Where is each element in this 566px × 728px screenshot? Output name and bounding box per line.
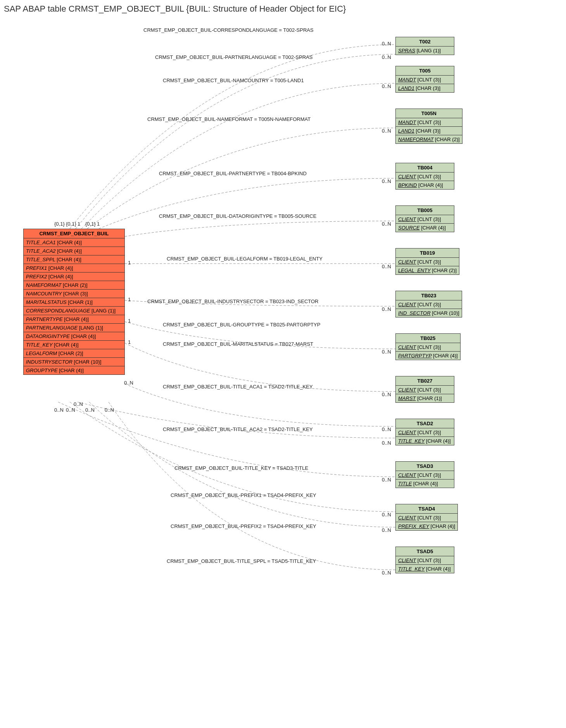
cardinality-right: 0..N [382,392,391,397]
cardinality-left: 1 [78,221,80,227]
cardinality-left: 0..N [74,401,83,407]
ref-entity-name: T005N [396,109,462,118]
ref-entity-TB023: TB023CLIENT [CLNT (3)]IND_SECTOR [CHAR (… [395,291,462,317]
ref-entity-TB019: TB019CLIENT [CLNT (3)]LEGAL_ENTY [CHAR (… [395,248,459,275]
entity-field: IND_SECTOR [CHAR (10)] [396,309,462,317]
entity-field: GROUPTYPE [CHAR (4)] [24,366,124,374]
relation-label: CRMST_EMP_OBJECT_BUIL-TITLE_SPPL = TSAD5… [167,558,316,564]
entity-field: PARTGRPTYP [CHAR (4)] [396,352,460,360]
relation-label: CRMST_EMP_OBJECT_BUIL-PREFIX2 = TSAD4-PR… [171,523,316,529]
relation-label: CRMST_EMP_OBJECT_BUIL-MARITALSTATUS = TB… [163,341,313,347]
entity-field: PARTNERLANGUAGE [LANG (1)] [24,324,124,332]
cardinality-left: 1 [97,221,100,227]
ref-entity-name: TB019 [396,248,459,258]
cardinality-right: 0..N [382,83,391,89]
entity-field: CLIENT [CLNT (3)] [396,215,454,224]
cardinality-left: 1 [128,297,131,302]
cardinality-right: 0..N [382,221,391,227]
cardinality-left: 0..N [124,380,133,386]
entity-field: TITLE [CHAR (4)] [396,480,454,488]
entity-field: CLIENT [CLNT (3)] [396,514,457,522]
entity-field: CORRESPONDLANGUAGE [LANG (1)] [24,307,124,315]
cardinality-right: 0..N [382,349,391,355]
cardinality-left: 1 [128,260,131,266]
entity-field: DATAORIGINTYPE [CHAR (4)] [24,332,124,341]
ref-entity-name: T002 [396,37,454,47]
ref-entity-TB004: TB004CLIENT [CLNT (3)]BPKIND [CHAR (4)] [395,163,454,190]
ref-entity-TSAD5: TSAD5CLIENT [CLNT (3)]TITLE_KEY [CHAR (4… [395,547,454,573]
entity-field: CLIENT [CLNT (3)] [396,173,454,181]
cardinality-right: 0..N [382,128,391,134]
cardinality-right: 0..N [382,570,391,576]
cardinality-left: 1 [128,339,131,345]
entity-field: NAMEFORMAT [CHAR (2)] [24,281,124,290]
cardinality-right: 0..N [382,264,391,269]
entity-field: PREFIX1 [CHAR (4)] [24,264,124,273]
ref-entity-name: TSAD3 [396,462,454,471]
entity-field: CLIENT [CLNT (3)] [396,386,454,394]
entity-field: TITLE_KEY [CHAR (4)] [396,565,454,573]
relation-label: CRMST_EMP_OBJECT_BUIL-GROUPTYPE = TB025-… [163,322,320,328]
cardinality-left: 0..N [66,407,75,413]
main-entity: CRMST_EMP_OBJECT_BUIL TITLE_ACA1 [CHAR (… [23,229,125,375]
entity-field: PREFIX_KEY [CHAR (4)] [396,522,457,530]
entity-field: SPRAS [LANG (1)] [396,47,454,55]
entity-field: CLIENT [CLNT (3)] [396,300,462,309]
entity-field: SOURCE [CHAR (4)] [396,224,454,232]
entity-field: NAMCOUNTRY [CHAR (3)] [24,290,124,298]
ref-entity-T005N: T005NMANDT [CLNT (3)]LAND1 [CHAR (3)]NAM… [395,109,462,144]
page-title: SAP ABAP table CRMST_EMP_OBJECT_BUIL {BU… [4,4,566,14]
entity-field: CLIENT [CLNT (3)] [396,343,460,352]
relation-label: CRMST_EMP_OBJECT_BUIL-NAMCOUNTRY = T005-… [163,78,304,83]
cardinality-right: 0..N [382,477,391,483]
entity-field: CLIENT [CLNT (3)] [396,556,454,565]
entity-field: MARITALSTATUS [CHAR (1)] [24,298,124,307]
relation-label: CRMST_EMP_OBJECT_BUIL-PREFIX1 = TSAD4-PR… [171,492,316,498]
ref-entity-T005: T005MANDT [CLNT (3)]LAND1 [CHAR (3)] [395,66,454,93]
cardinality-left: 0..N [105,407,114,413]
cardinality-left: 0..N [54,407,64,413]
relation-label: CRMST_EMP_OBJECT_BUIL-TITLE_ACA1 = TSAD2… [163,384,313,390]
ref-entity-name: TSAD4 [396,504,457,514]
ref-entity-name: TB004 [396,163,454,173]
relation-label: CRMST_EMP_OBJECT_BUIL-INDUSTRYSECTOR = T… [147,298,319,304]
relation-label: CRMST_EMP_OBJECT_BUIL-DATAORIGINTYPE = T… [159,213,316,219]
relation-label: CRMST_EMP_OBJECT_BUIL-LEGALFORM = TB019-… [167,256,323,262]
cardinality-right: 0..N [382,426,391,432]
entity-field: NAMEFORMAT [CHAR (2)] [396,135,462,143]
ref-entity-TSAD2: TSAD2CLIENT [CLNT (3)]TITLE_KEY [CHAR (4… [395,419,454,445]
entity-field: LAND1 [CHAR (3)] [396,127,462,135]
relation-label: CRMST_EMP_OBJECT_BUIL-CORRESPONDLANGUAGE… [143,27,314,33]
relation-label: CRMST_EMP_OBJECT_BUIL-TITLE_ACA2 = TSAD2… [163,426,313,432]
ref-entity-TB005: TB005CLIENT [CLNT (3)]SOURCE [CHAR (4)] [395,205,454,232]
entity-field: LAND1 [CHAR (3)] [396,84,454,92]
relation-label: CRMST_EMP_OBJECT_BUIL-PARTNERLANGUAGE = … [155,54,312,60]
cardinality-right: 0..N [382,512,391,518]
cardinality-right: 0..N [382,527,391,533]
entity-field: MARST [CHAR (1)] [396,394,454,402]
entity-field: LEGALFORM [CHAR (2)] [24,349,124,358]
relation-label: CRMST_EMP_OBJECT_BUIL-NAMEFORMAT = T005N… [147,116,311,122]
ref-entity-name: TB025 [396,334,460,343]
ref-entity-T002: T002SPRAS [LANG (1)] [395,37,454,55]
entity-field: TITLE_KEY [CHAR (4)] [24,341,124,349]
cardinality-left: {0,1} [66,221,76,227]
ref-entity-name: TB027 [396,376,454,386]
entity-field: TITLE_SPPL [CHAR (4)] [24,255,124,264]
cardinality-right: 0..N [382,54,391,60]
ref-entity-TB027: TB027CLIENT [CLNT (3)]MARST [CHAR (1)] [395,376,454,403]
entity-field: PARTNERTYPE [CHAR (4)] [24,315,124,324]
entity-field: TITLE_KEY [CHAR (4)] [396,437,454,445]
relation-label: CRMST_EMP_OBJECT_BUIL-PARTNERTYPE = TB00… [159,171,307,176]
cardinality-left: 1 [128,318,131,324]
entity-field: INDUSTRYSECTOR [CHAR (10)] [24,358,124,366]
ref-entity-name: T005 [396,66,454,76]
ref-entity-name: TSAD2 [396,419,454,428]
entity-field: LEGAL_ENTY [CHAR (2)] [396,266,459,274]
ref-entity-name: TB023 [396,291,462,300]
cardinality-right: 0..N [382,41,391,47]
er-diagram: CRMST_EMP_OBJECT_BUIL TITLE_ACA1 [CHAR (… [4,16,562,728]
cardinality-right: 0..N [382,178,391,184]
entity-field: PREFIX2 [CHAR (4)] [24,273,124,281]
entity-field: TITLE_ACA1 [CHAR (4)] [24,238,124,247]
